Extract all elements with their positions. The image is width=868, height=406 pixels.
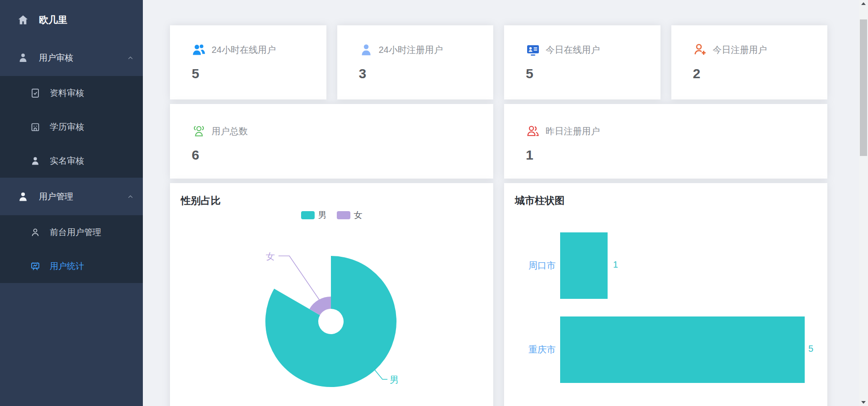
person-icon	[30, 156, 41, 166]
sidebar-item-realname-audit[interactable]: 实名审核	[0, 144, 143, 178]
dashboard-grid: 24小时在线用户 5 24小时注册用户 3 今日在线用户 5	[170, 25, 827, 406]
stat-card-online-today: 今日在线用户 5	[504, 25, 660, 99]
stat-label: 用户总数	[212, 125, 248, 137]
pie-label-male: 男	[390, 375, 399, 385]
users-total-icon	[192, 124, 206, 138]
sidebar-item-frontend-users[interactable]: 前台用户管理	[0, 215, 143, 249]
sidebar-item-label: 前台用户管理	[50, 227, 101, 238]
bar-chongqing[interactable]	[560, 316, 805, 383]
users-yesterday-icon	[526, 124, 540, 138]
stat-card-registered-yesterday: 昨日注册用户 1	[504, 104, 827, 179]
bar-value-label: 1	[613, 260, 618, 270]
stat-label: 今日注册用户	[713, 44, 767, 56]
stat-label: 24小时在线用户	[212, 44, 276, 56]
chevron-up-icon	[127, 194, 134, 200]
stat-value: 1	[526, 147, 827, 163]
school-building-icon	[30, 122, 41, 132]
pie-label-female: 女	[266, 251, 275, 261]
stat-label: 昨日注册用户	[546, 125, 600, 137]
gender-pie-card: 性别占比 男 女 女 男	[170, 183, 493, 406]
stat-card-registered-24h: 24小时注册用户 3	[337, 25, 494, 99]
stat-value: 3	[359, 66, 494, 81]
users-online-icon	[192, 42, 206, 57]
bar-value-label: 5	[808, 344, 813, 354]
person-outline-icon	[30, 227, 41, 238]
sidebar-item-education-audit[interactable]: 学历审核	[0, 110, 143, 144]
stat-card-online-24h: 24小时在线用户 5	[170, 25, 326, 99]
sidebar-item-label: 学历审核	[50, 121, 84, 133]
stat-label: 今日在线用户	[546, 44, 600, 56]
vertical-scrollbar[interactable]	[859, 0, 868, 406]
user-audit-icon	[17, 52, 29, 64]
bar-zhoukou[interactable]	[560, 232, 608, 299]
user-add-icon	[693, 42, 708, 57]
chevron-up-icon	[127, 55, 134, 61]
gender-rose-pie: 女 男	[170, 183, 493, 406]
sidebar-item-user-statistics[interactable]: 用户统计	[0, 249, 143, 283]
city-bar-card: 城市柱状图 周口市 重庆市 1 5	[504, 183, 827, 406]
scroll-up-arrow-icon[interactable]	[861, 2, 866, 5]
document-check-icon	[30, 88, 41, 99]
scroll-down-arrow-icon[interactable]	[861, 401, 866, 404]
stat-card-total-users: 用户总数 6	[170, 104, 493, 179]
scrollbar-thumb[interactable]	[860, 19, 867, 156]
user-icon	[17, 191, 29, 203]
sidebar-item-label: 实名审核	[50, 155, 84, 167]
submenu-user-management: 前台用户管理 用户统计	[0, 215, 143, 283]
pie-slice-male[interactable]	[265, 256, 396, 387]
sidebar-item-label: 用户管理	[39, 191, 73, 203]
user-registered-icon	[359, 42, 373, 57]
sidebar: 欧几里 用户审核 资料审核 学历审核 实名审核	[0, 0, 143, 406]
sidebar-item-data-audit[interactable]: 资料审核	[0, 76, 143, 110]
id-card-icon	[526, 42, 540, 57]
stat-label: 24小时注册用户	[379, 44, 443, 56]
app-title: 欧几里	[39, 14, 67, 26]
male-leader-line	[374, 369, 387, 379]
home-icon	[17, 14, 29, 26]
main-content: 24小时在线用户 5 24小时注册用户 3 今日在线用户 5	[143, 0, 859, 406]
sidebar-item-label: 用户审核	[39, 52, 73, 64]
bar-category-label: 重庆市	[515, 344, 556, 356]
stat-value: 6	[192, 147, 493, 163]
sidebar-item-label: 用户统计	[50, 260, 84, 272]
sidebar-item-user-audit[interactable]: 用户审核	[0, 40, 143, 76]
sidebar-item-user-management[interactable]: 用户管理	[0, 178, 143, 215]
stat-card-registered-today: 今日注册用户 2	[671, 25, 828, 99]
stat-value: 5	[526, 66, 660, 81]
chart-board-icon	[30, 261, 41, 272]
stat-value: 5	[192, 66, 326, 81]
bar-category-label: 周口市	[515, 260, 556, 272]
bar-chart-title: 城市柱状图	[515, 194, 816, 208]
stat-value: 2	[693, 66, 828, 81]
sidebar-logo[interactable]: 欧几里	[0, 0, 143, 40]
sidebar-item-label: 资料审核	[50, 87, 84, 99]
female-leader-line	[278, 256, 321, 302]
submenu-user-audit: 资料审核 学历审核 实名审核	[0, 76, 143, 178]
